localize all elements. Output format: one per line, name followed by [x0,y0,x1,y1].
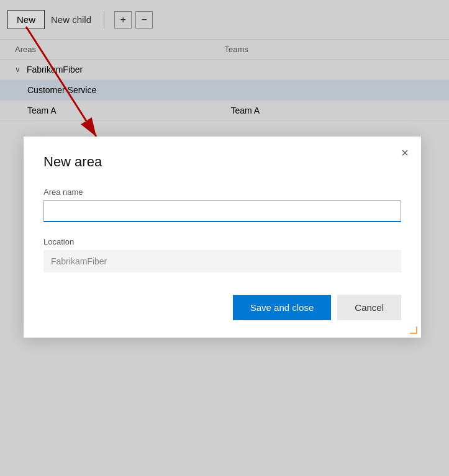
resize-handle[interactable] [410,326,419,335]
save-and-close-button[interactable]: Save and close [233,295,332,320]
new-area-modal: New area × Area name Location FabrikamFi… [24,137,421,338]
location-label: Location [43,237,401,246]
area-name-input[interactable] [43,200,401,222]
area-name-label: Area name [43,187,401,197]
location-value: FabrikamFiber [43,250,401,272]
modal-title: New area [43,154,401,170]
cancel-button[interactable]: Cancel [337,295,401,320]
modal-close-button[interactable]: × [401,146,409,159]
modal-backdrop: New area × Area name Location FabrikamFi… [0,0,449,476]
modal-footer: Save and close Cancel [43,295,401,320]
